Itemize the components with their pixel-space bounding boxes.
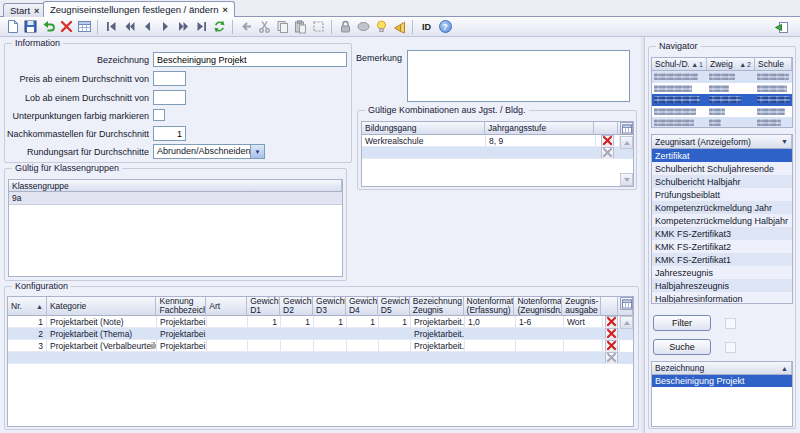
- tab-start[interactable]: Start ×: [3, 3, 46, 17]
- dock-window-button[interactable]: [772, 18, 790, 36]
- data-table-button[interactable]: [75, 18, 93, 36]
- paste-button[interactable]: [291, 18, 309, 36]
- col-gewicht-d4[interactable]: GewichtD4: [346, 297, 378, 316]
- list-item[interactable]: Kompetenzrückmeldung Halbjahr: [652, 214, 792, 227]
- nachkommastellen-input[interactable]: [153, 126, 186, 141]
- col-bildungsgang[interactable]: Bildungsgang: [362, 122, 485, 135]
- col-jahrgangsstufe[interactable]: Jahrgangsstufe: [485, 122, 594, 135]
- cell-d1: [248, 340, 281, 352]
- cut-button[interactable]: [255, 18, 273, 36]
- col-gewicht-d2[interactable]: GewichtD2: [280, 297, 313, 316]
- col-schul-d[interactable]: Schul-/D...▲1: [652, 58, 707, 71]
- table-row-empty[interactable]: [8, 352, 633, 364]
- bezeichnung-input[interactable]: [153, 52, 347, 67]
- table-row[interactable]: 9a: [9, 192, 342, 205]
- col-kategorie[interactable]: Kategorie: [47, 297, 157, 316]
- col-gewicht-d1[interactable]: GewichtD1: [247, 297, 280, 316]
- col-notenformat-zeugnisdruck[interactable]: Notenformat(Zeugnisdruck): [514, 297, 562, 316]
- list-item[interactable]: KMK FS-Zertifikat2: [652, 240, 792, 253]
- go-fast-forward-button[interactable]: [174, 18, 192, 36]
- list-item[interactable]: Halbjahreszeugnis: [652, 279, 792, 292]
- triangle-up-icon: [624, 321, 630, 325]
- undo-button[interactable]: [39, 18, 57, 36]
- back-arrow-button[interactable]: [237, 18, 255, 36]
- col-schule[interactable]: Schule: [755, 58, 792, 71]
- filter-checkbox[interactable]: [725, 318, 736, 329]
- go-back-button[interactable]: [138, 18, 156, 36]
- select-region-button[interactable]: [309, 18, 327, 36]
- table-row[interactable]: Werkrealschule 8, 9: [362, 135, 633, 147]
- col-notenformat-erfassung[interactable]: Notenformat(Erfassung): [464, 297, 515, 316]
- refresh-button[interactable]: [210, 18, 228, 36]
- list-item[interactable]: Schulbericht Halbjahr: [652, 175, 792, 188]
- table-row-redacted[interactable]: [652, 106, 792, 118]
- bemerkung-textarea[interactable]: [407, 50, 630, 102]
- table-row-redacted[interactable]: [652, 83, 792, 95]
- col-gewicht-d5[interactable]: GewichtD5: [378, 297, 410, 316]
- lightbulb-button[interactable]: [372, 18, 390, 36]
- list-item[interactable]: Jahreszeugnis: [652, 266, 792, 279]
- col-klassengruppe[interactable]: Klassengruppe: [9, 180, 342, 192]
- delete-row-icon: [602, 147, 613, 158]
- undo-icon: [41, 19, 56, 34]
- delete-row-button[interactable]: [605, 316, 618, 328]
- chevron-down-icon[interactable]: ▼: [250, 145, 264, 158]
- close-icon[interactable]: ×: [222, 6, 227, 14]
- col-bezeichnung[interactable]: Bezeichnung▲: [652, 362, 792, 375]
- delete-row-button[interactable]: [601, 135, 614, 147]
- list-item[interactable]: KMK FS-Zertifikat1: [652, 253, 792, 266]
- list-item[interactable]: Prüfungsbeiblatt: [652, 188, 792, 201]
- col-nr[interactable]: Nr.▲: [8, 297, 47, 316]
- col-gewicht-d3[interactable]: GewichtD3: [313, 297, 346, 316]
- col-bezeichnung-zeugnis[interactable]: BezeichnungZeugnis: [410, 297, 464, 316]
- table-row-selected[interactable]: Bescheinigung Projekt: [652, 375, 792, 387]
- copy-button[interactable]: [273, 18, 291, 36]
- table-row[interactable]: 1 Projektarbeit (Note) Projektarbei... 1…: [8, 316, 633, 328]
- suche-checkbox[interactable]: [725, 342, 736, 353]
- chevron-down-icon[interactable]: ▼: [781, 138, 788, 145]
- delete-row-button[interactable]: [605, 328, 618, 340]
- delete-button[interactable]: [57, 18, 75, 36]
- id-button[interactable]: ID: [417, 18, 436, 36]
- filter-button[interactable]: Filter: [653, 315, 711, 331]
- col-kennung[interactable]: KennungFachbezeichnu: [156, 297, 206, 316]
- go-fast-back-button[interactable]: [120, 18, 138, 36]
- table-row[interactable]: 2 Projektarbeit (Thema) Projektarbei... …: [8, 328, 633, 340]
- go-first-button[interactable]: [102, 18, 120, 36]
- close-icon[interactable]: ×: [34, 7, 39, 15]
- column-chooser-button[interactable]: [620, 122, 633, 135]
- col-zeugnisausgabe[interactable]: Zeugnis-ausgabe: [562, 297, 601, 316]
- new-document-button[interactable]: [3, 18, 21, 36]
- list-item[interactable]: Kompetenzrückmeldung Jahr: [652, 201, 792, 214]
- ellipse-button[interactable]: [354, 18, 372, 36]
- list-item[interactable]: Halbjahresinformation: [652, 292, 792, 304]
- col-art[interactable]: Art: [206, 297, 247, 316]
- save-button[interactable]: [21, 18, 39, 36]
- lock-button[interactable]: [336, 18, 354, 36]
- delete-row-button[interactable]: [605, 340, 618, 352]
- go-forward-button[interactable]: [156, 18, 174, 36]
- announce-horn-button[interactable]: [390, 18, 408, 36]
- help-button[interactable]: ?: [436, 18, 454, 36]
- scroll-down-button[interactable]: [620, 173, 633, 186]
- list-item-zertifikat[interactable]: Zertifikat: [652, 149, 792, 162]
- lob-input[interactable]: [153, 90, 186, 105]
- column-chooser-button[interactable]: [620, 297, 633, 310]
- table-row[interactable]: 3 Projektarbeit (Verbalbeurteilung) Proj…: [8, 340, 633, 352]
- zeugnisart-header[interactable]: Zeugnisart (Anzeigeform)▼: [652, 135, 792, 149]
- table-row-empty[interactable]: [362, 147, 633, 159]
- list-item[interactable]: Schulbericht Schuljahresende: [652, 162, 792, 175]
- col-zweig[interactable]: Zweig▲2: [707, 58, 755, 71]
- list-item[interactable]: KMK FS-Zertifikat3: [652, 227, 792, 240]
- go-last-button[interactable]: [192, 18, 210, 36]
- scroll-up-button[interactable]: [620, 136, 633, 149]
- preis-input[interactable]: [153, 71, 186, 86]
- table-row-redacted-selected[interactable]: [652, 94, 792, 106]
- rundungsart-select[interactable]: Abrunden/Abschneiden ▼: [153, 144, 265, 159]
- scroll-up-button[interactable]: [620, 316, 633, 329]
- suche-button[interactable]: Suche: [653, 339, 711, 355]
- unterpunktungen-checkbox[interactable]: [153, 109, 165, 121]
- table-row-redacted[interactable]: [652, 71, 792, 83]
- tab-zeugniseinstellungen[interactable]: Zeugniseinstellungen festlegen / ändern …: [43, 1, 235, 17]
- table-row-redacted[interactable]: [652, 117, 792, 128]
